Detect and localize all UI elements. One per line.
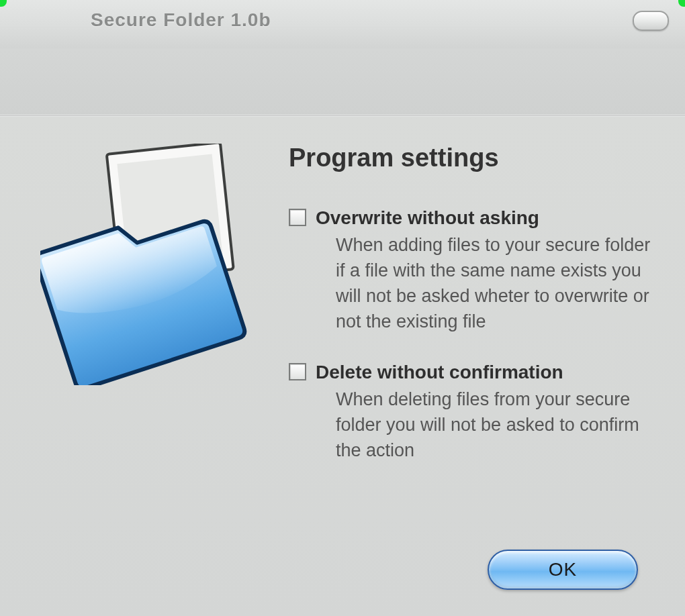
option-delete: Delete without confirmation When deletin…	[289, 360, 651, 464]
ok-button[interactable]: OK	[488, 550, 638, 590]
button-row: OK	[488, 550, 638, 590]
titlebar: Secure Folder 1.0b	[0, 0, 685, 48]
icon-column	[27, 137, 269, 616]
settings-panel: Program settings Overwrite without askin…	[0, 116, 685, 616]
folder-icon	[40, 144, 255, 385]
minimize-button[interactable]	[633, 11, 669, 31]
ok-button-label: OK	[549, 559, 577, 580]
window-corner-left	[0, 0, 7, 7]
toolbar-strip	[0, 48, 685, 116]
option-overwrite: Overwrite without asking When adding fil…	[289, 206, 651, 335]
delete-label: Delete without confirmation	[316, 360, 651, 384]
window-corner-right	[678, 0, 685, 7]
overwrite-label: Overwrite without asking	[316, 206, 651, 230]
panel-heading: Program settings	[289, 144, 651, 172]
window-title: Secure Folder 1.0b	[91, 9, 271, 31]
delete-description: When deleting files from your secure fol…	[316, 387, 651, 463]
delete-checkbox[interactable]	[289, 363, 306, 380]
overwrite-description: When adding files to your secure folder …	[316, 233, 651, 334]
overwrite-checkbox[interactable]	[289, 209, 306, 226]
settings-text-column: Program settings Overwrite without askin…	[269, 137, 658, 616]
